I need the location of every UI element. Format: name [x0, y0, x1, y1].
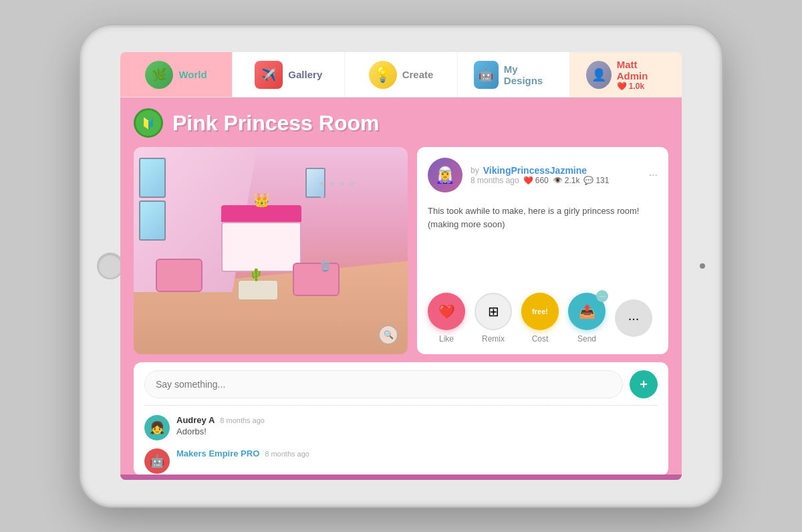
sofa-right	[293, 263, 340, 296]
page-title-row: 🔰 Pink Princess Room	[134, 108, 668, 138]
title-badge: 🔰	[134, 108, 163, 138]
like-button[interactable]: ❤️ Like	[428, 293, 465, 344]
comment-item: 👧 Audrey A 8 months ago Adorbs!	[144, 411, 658, 444]
windows-group	[139, 158, 166, 241]
bed-crown: 👑	[253, 192, 270, 208]
nav-label-mydesigns: My Designs	[504, 63, 553, 86]
more-circle: ···	[615, 299, 652, 337]
nav-label-gallery: Gallery	[288, 69, 322, 80]
room-scene: 👑 ✦ ✦ ✦ ✦ ✦	[134, 147, 408, 354]
page-title: Pink Princess Room	[172, 111, 379, 136]
zoom-indicator[interactable]: 🔍	[378, 325, 398, 345]
nav-item-create[interactable]: 💡 Create	[345, 52, 457, 97]
comment-author-line-makers: Makers Empire PRO 8 months ago	[176, 448, 658, 458]
world-icon: 🌿	[145, 61, 173, 89]
comment-author-line: Audrey A 8 months ago	[176, 415, 658, 425]
comment-section: + 👧 Audrey A 8 months ago Adorbs!	[134, 362, 668, 476]
nav-item-world[interactable]: 🌿 World	[120, 52, 233, 97]
plus-icon: +	[640, 377, 648, 392]
action-buttons: ❤️ Like ⊞ Remix free! Cost	[428, 287, 658, 344]
like-label: Like	[439, 334, 454, 344]
nav-item-mydesigns[interactable]: 🤖 My Designs	[458, 52, 570, 97]
author-info: by VikingPrincessJazmine 8 months ago ❤️…	[471, 165, 641, 185]
more-button[interactable]: ···	[615, 299, 652, 337]
sofa-left	[156, 259, 203, 292]
comment-item-makers: 🤖 Makers Empire PRO 8 months ago	[144, 444, 658, 478]
nav-item-user[interactable]: 👤 Matt Admin ❤️ 1.0k	[570, 52, 682, 97]
window-2	[139, 201, 166, 241]
design-preview[interactable]: 👑 ✦ ✦ ✦ ✦ ✦	[134, 147, 408, 354]
bottom-bar	[120, 475, 682, 480]
nav-label-world: World	[178, 69, 207, 80]
badge-icon: 🔰	[142, 117, 155, 130]
comment-body-audrey: Audrey A 8 months ago Adorbs!	[176, 415, 658, 436]
main-content: 🔰 Pink Princess Room	[120, 98, 682, 480]
remix-button[interactable]: ⊞ Remix	[475, 293, 512, 344]
user-avatar: 👤	[586, 61, 612, 89]
home-button[interactable]	[97, 253, 124, 279]
info-panel: 🧝‍♀️ by VikingPrincessJazmine 8 months a…	[417, 147, 668, 354]
remix-label: Remix	[482, 334, 505, 344]
mydesigns-icon: 🤖	[474, 61, 499, 89]
cost-label: Cost	[532, 334, 549, 344]
comment-input-row: +	[144, 370, 658, 398]
more-options[interactable]: ···	[649, 169, 658, 181]
ipad-screen: 🌿 World ✈️ Gallery 💡 Create 🤖 My Designs…	[120, 52, 682, 480]
comment-text-audrey: Adorbs!	[176, 426, 658, 436]
cost-button[interactable]: free! Cost	[521, 293, 559, 344]
create-icon: 💡	[369, 61, 397, 89]
post-time: 8 months ago	[471, 176, 519, 185]
comment-body-makers: Makers Empire PRO 8 months ago	[176, 448, 658, 460]
stars-decoration: ✦ ✦ ✦ ✦ ✦	[318, 178, 358, 202]
stats-row: 8 months ago ❤️ 660 👁️ 2.1k	[471, 176, 641, 185]
design-description: This took awhile to make, here is a girl…	[428, 199, 658, 287]
comments-stat: 💬 131	[583, 176, 609, 185]
author-meta: by VikingPrincessJazmine	[471, 165, 641, 176]
coffee-table	[238, 280, 278, 300]
bed-frame	[221, 222, 301, 272]
remix-circle: ⊞	[475, 293, 512, 330]
comment-avatar-audrey: 👧	[144, 415, 170, 440]
like-circle: ❤️	[428, 293, 465, 330]
comment-author-makers: Makers Empire PRO	[176, 448, 259, 458]
gallery-icon: ✈️	[255, 61, 283, 89]
nav-bar: 🌿 World ✈️ Gallery 💡 Create 🤖 My Designs…	[120, 52, 682, 98]
views-stat: 👁️ 2.1k	[553, 176, 580, 185]
comment-time-audrey: 8 months ago	[220, 416, 265, 424]
nav-label-create: Create	[402, 69, 434, 80]
plant: 🌵	[249, 267, 263, 282]
send-comment-button[interactable]: +	[630, 370, 658, 398]
author-name[interactable]: VikingPrincessJazmine	[483, 165, 587, 176]
content-grid: 👑 ✦ ✦ ✦ ✦ ✦	[134, 147, 668, 354]
comment-input[interactable]	[144, 370, 623, 398]
window-1	[139, 158, 166, 198]
comment-divider	[144, 405, 658, 406]
design-author-row: 🧝‍♀️ by VikingPrincessJazmine 8 months a…	[428, 158, 658, 192]
user-hearts: ❤️ 1.0k	[617, 82, 666, 91]
heart-icon: ❤️	[617, 82, 627, 91]
send-label: Send	[577, 334, 596, 344]
cost-circle: free!	[521, 293, 559, 330]
ipad-frame: 🌿 World ✈️ Gallery 💡 Create 🤖 My Designs…	[80, 25, 722, 507]
send-circle: 📤 ···	[568, 293, 606, 330]
camera	[700, 263, 705, 269]
comment-author-audrey: Audrey A	[176, 415, 215, 425]
nav-item-gallery[interactable]: ✈️ Gallery	[233, 52, 345, 97]
user-name: Matt Admin	[617, 59, 666, 82]
send-button[interactable]: 📤 ··· Send	[568, 293, 606, 344]
author-avatar: 🧝‍♀️	[428, 158, 462, 192]
send-badge: ···	[596, 290, 608, 302]
bed: 👑	[221, 205, 301, 272]
likes-stat: ❤️ 660	[523, 176, 549, 185]
comment-time-makers: 8 months ago	[265, 450, 309, 458]
trash-bin: 🗑️	[319, 261, 331, 271]
comment-avatar-makers: 🤖	[144, 448, 170, 474]
